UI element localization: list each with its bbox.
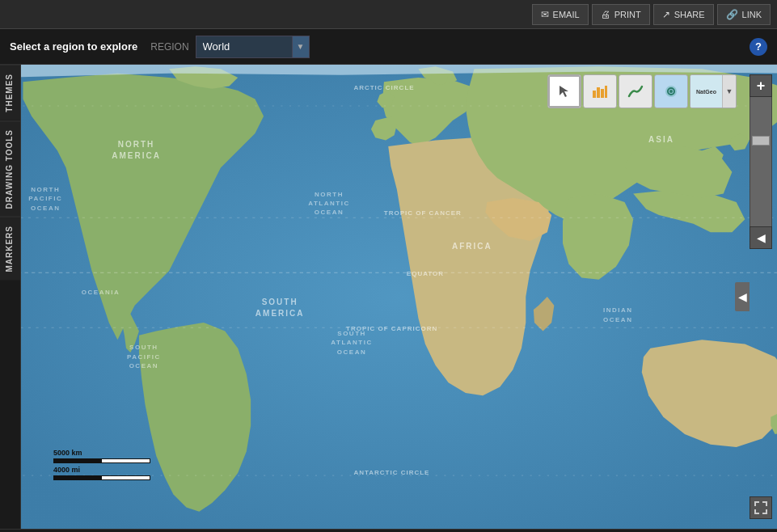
zoom-in-button[interactable]: + (750, 74, 772, 97)
full-extent-icon (754, 500, 768, 515)
svg-rect-17 (766, 501, 767, 506)
svg-rect-8 (597, 87, 600, 98)
zoom-controls: + ◀ (750, 74, 772, 249)
point-icon (663, 83, 679, 99)
select-tool-group (547, 74, 581, 108)
region-dropdown[interactable]: World Africa Asia Europe North America S… (196, 36, 293, 58)
print-button[interactable]: 🖨 PRINT (592, 4, 650, 25)
base-map-dropdown-button[interactable]: ▼ (723, 75, 736, 108)
top-toolbar: ✉ EMAIL 🖨 PRINT ↗ SHARE 🔗 LINK (0, 0, 777, 29)
map-pan-left-button[interactable]: ◀ (735, 282, 750, 311)
svg-rect-19 (754, 509, 756, 514)
scale-mi-label: 4000 mi (53, 466, 150, 474)
zoom-slider-track (750, 97, 772, 226)
chart-icon (592, 84, 608, 99)
bottom-bar: SELECT UNITS OF MEASURE ▲ RE-OPEN A MAP … (0, 529, 777, 532)
sidebar-item-drawing-tools[interactable]: DRAWING TOOLS (0, 120, 20, 217)
link-button[interactable]: 🔗 LINK (717, 4, 771, 25)
region-bar: Select a region to explore REGION World … (0, 29, 777, 65)
region-select-wrapper: World Africa Asia Europe North America S… (196, 36, 310, 58)
svg-rect-9 (601, 89, 604, 98)
email-button[interactable]: ✉ EMAIL (532, 4, 589, 25)
main-area: THEMES DRAWING TOOLS MARKERS (0, 65, 777, 529)
point-tool-button[interactable] (655, 75, 687, 108)
line-icon (627, 83, 644, 99)
map-controls: NatGeo ▼ (547, 74, 737, 108)
full-extent-button[interactable] (750, 496, 772, 519)
link-icon: 🔗 (726, 9, 738, 20)
select-tool-button[interactable] (548, 75, 581, 108)
sidebar-item-markers[interactable]: MARKERS (0, 217, 20, 281)
svg-rect-7 (593, 91, 596, 98)
region-word: REGION (150, 41, 188, 53)
zoom-slider-handle[interactable] (752, 136, 770, 146)
natgeo-base-button[interactable]: NatGeo (690, 75, 723, 108)
share-icon: ↗ (662, 9, 670, 20)
chart-tool-button[interactable] (584, 75, 616, 108)
svg-rect-10 (605, 86, 607, 98)
zoom-arrow-button[interactable]: ◀ (750, 226, 772, 249)
cursor-icon (557, 84, 572, 99)
scale-km-label: 5000 km (53, 449, 150, 457)
scale-mi-bar (53, 475, 150, 480)
print-icon: 🖨 (601, 9, 610, 20)
svg-rect-21 (766, 509, 767, 514)
svg-point-13 (669, 90, 673, 93)
svg-rect-15 (754, 501, 756, 506)
point-tool-group (654, 74, 688, 108)
sidebar-item-themes[interactable]: THEMES (0, 65, 20, 120)
left-sidebar: THEMES DRAWING TOOLS MARKERS (0, 65, 21, 529)
region-dropdown-arrow-icon[interactable]: ▼ (292, 36, 310, 58)
help-button[interactable]: ? (750, 38, 767, 56)
map-container[interactable]: NORTH AMERICA NORTH PACIFIC OCEAN NORTH … (21, 65, 777, 529)
share-button[interactable]: ↗ SHARE (653, 4, 714, 25)
email-icon: ✉ (541, 9, 549, 20)
select-region-label: Select a region to explore (10, 40, 137, 53)
base-map-group: NatGeo ▼ (690, 74, 737, 108)
line-tool-group (619, 74, 652, 108)
scale-bar: 5000 km 4000 mi (53, 449, 150, 480)
scale-km-bar (53, 458, 150, 463)
natgeo-label: NatGeo (696, 89, 716, 95)
chart-tool-group (583, 74, 617, 108)
line-tool-button[interactable] (619, 75, 652, 108)
